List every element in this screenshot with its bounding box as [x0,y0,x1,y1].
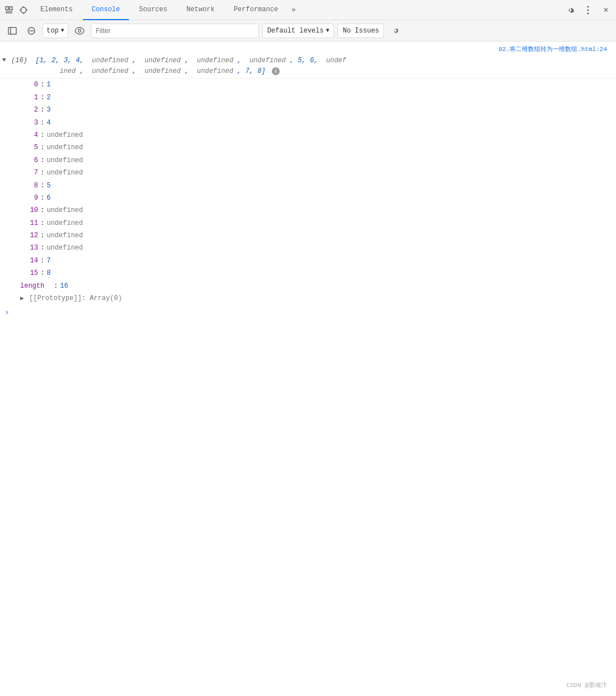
entry-value: 3 [47,104,50,116]
entry-colon: : [40,79,44,90]
entry-value: 2 [47,92,50,103]
entry-value: undefined [47,130,83,141]
entry-index: 4 [20,130,40,141]
console-settings-icon[interactable] [387,23,403,39]
entry-value: undefined [47,218,83,229]
source-link[interactable]: 02.将二维数组转为一维数组.html:24 [498,45,607,53]
entry-index: 6 [20,155,40,166]
entry-index: 2 [20,104,40,116]
more-options-icon[interactable] [580,2,596,18]
length-colon: : [54,280,58,292]
entry-value: 7 [47,255,50,266]
array-entry-row: 3: 4 [18,117,616,129]
entry-index: 0 [20,79,40,90]
tab-performance[interactable]: Performance [225,0,287,20]
svg-rect-12 [8,27,16,34]
context-label: top [47,27,59,35]
entry-colon: : [40,92,44,103]
tab-elements[interactable]: Elements [31,0,82,20]
entry-colon: : [40,255,44,266]
svg-rect-1 [10,7,12,10]
devtools-icon[interactable] [2,3,16,17]
array-entry-row: 7: undefined [18,167,616,179]
tab-console[interactable]: Console [83,0,129,20]
clear-console-btn[interactable] [24,23,39,39]
entry-index: 7 [20,167,40,178]
entry-colon: : [40,104,44,116]
entry-value: undefined [47,167,83,178]
inspect-icon[interactable] [17,3,30,17]
entry-colon: : [40,180,44,191]
svg-point-9 [587,6,589,7]
entry-value: 5 [47,180,50,191]
console-output: 02.将二维数组转为一维数组.html:24 ▼ (16) [1, 2, 3, … [0,42,616,686]
settings-icon[interactable] [562,2,578,18]
sidebar-toggle-btn[interactable] [4,23,20,39]
entry-value: 4 [47,117,50,128]
array-entry-row: 5: undefined [18,141,616,154]
array-header-row: ▼ (16) [1, 2, 3, 4, undefined , undefine… [0,54,616,79]
entry-value: undefined [47,230,83,241]
prototype-text: [[Prototype]]: Array(0) [29,293,122,304]
array-entry-row: 15: 8 [18,267,616,279]
entry-colon: : [40,130,44,141]
cursor-row[interactable]: › [0,305,616,320]
array-entry-row: 9: 6 [18,192,616,204]
array-entry-row: 0: 1 [18,79,616,91]
array-entry-row: 14: 7 [18,255,616,267]
array-entry-row: 11: undefined [18,217,616,229]
log-levels-btn[interactable]: Default levels ▼ [262,24,335,38]
entry-colon: : [40,117,44,128]
entry-value: undefined [47,142,83,153]
entry-colon: : [40,230,44,241]
context-selector[interactable]: top ▼ [43,24,68,38]
entry-colon: : [40,205,44,216]
expand-arrow[interactable]: ▼ [2,57,11,63]
tab-network[interactable]: Network [177,0,223,20]
live-expressions-btn[interactable] [72,23,87,39]
close-icon[interactable]: ✕ [598,2,614,18]
entry-index: 14 [20,255,40,266]
no-issues-badge: No Issues [337,24,384,38]
length-key: length [20,280,54,292]
entry-value: undefined [47,205,83,216]
entry-colon: : [40,167,44,178]
prototype-row: ▶ [[Prototype]]: Array(0) [18,292,616,305]
info-badge: i [272,67,280,75]
array-entry-row: 1: 2 [18,91,616,104]
entry-colon: : [40,268,44,279]
filter-input[interactable] [91,24,259,38]
entry-colon: : [40,218,44,229]
entry-value: 1 [47,79,50,90]
entry-colon: : [40,155,44,166]
levels-dropdown-icon: ▼ [326,27,329,34]
array-header-text: (16) [1, 2, 3, 4, undefined , undefined … [11,56,346,77]
array-entry-row: 2: 3 [18,104,616,116]
tab-more[interactable]: » [288,3,299,16]
svg-point-4 [21,7,26,13]
array-entry-row: 4: undefined [18,129,616,141]
entry-index: 3 [20,117,40,128]
entry-value: undefined [47,155,83,166]
entry-index: 11 [20,218,40,229]
svg-point-16 [78,29,81,32]
array-entry-row: 10: undefined [18,204,616,216]
svg-rect-0 [6,7,8,10]
entry-colon: : [40,192,44,204]
tab-bar: Elements Console Sources Network Perform… [0,0,616,20]
array-entry-row: 6: undefined [18,154,616,167]
input-cursor-icon: › [4,308,9,317]
entry-colon: : [40,242,44,253]
svg-point-11 [587,12,589,14]
watermark: CSDN @墨倾汴 [566,681,607,689]
length-value: 16 [60,280,68,292]
tab-bar-right: ✕ [562,2,614,18]
entry-index: 15 [20,268,40,279]
console-toolbar: top ▼ Default levels ▼ No Issues [0,20,616,42]
tab-sources[interactable]: Sources [130,0,176,20]
entry-value: undefined [47,242,83,253]
entry-value: 6 [47,192,50,204]
prototype-arrow[interactable]: ▶ [20,293,28,304]
dropdown-arrow-icon: ▼ [61,27,64,34]
entry-index: 8 [20,180,40,191]
